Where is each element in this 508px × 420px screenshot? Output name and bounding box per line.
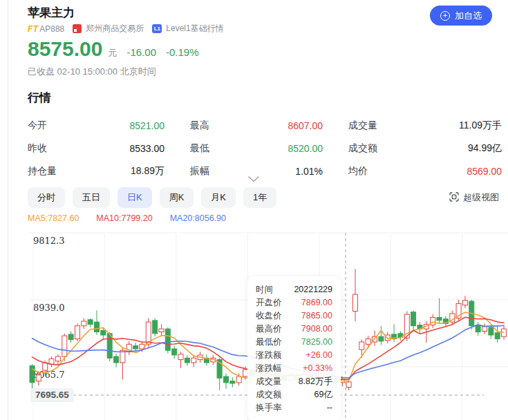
- ma10-legend: MA10:7799.20: [96, 213, 152, 223]
- tooltip-row-low: 最低价7825.00: [256, 336, 332, 349]
- svg-text:9812.3: 9812.3: [33, 236, 65, 246]
- tooltip-row-close: 收盘价7865.00: [256, 309, 332, 323]
- chevron-down-icon[interactable]: [247, 173, 260, 181]
- tab-weekly-k[interactable]: 周K: [160, 187, 194, 208]
- svg-text:8939.0: 8939.0: [33, 303, 65, 313]
- contract-code: AP888: [39, 24, 64, 34]
- quote-table: 今开8521.00 最高8607.00 成交量11.09万手 昨收8533.00…: [28, 114, 492, 182]
- tab-minute[interactable]: 分时: [28, 187, 65, 208]
- price-change: -16.00: [126, 46, 156, 58]
- futures-detail-page: 苹果主力 + 加自选 FT AP888 郑州商品交易所 L1 Level1基础行…: [0, 0, 508, 420]
- tooltip-row-time: 时间20221229: [256, 283, 332, 296]
- quote-cell-volume: 成交量11.09万手: [348, 114, 502, 137]
- contract-meta-row: FT AP888 郑州商品交易所 L1 Level1基础行情: [28, 23, 492, 35]
- super-view-icon: [449, 192, 459, 204]
- tooltip-row-turnover-rate: 换手率--: [256, 401, 332, 414]
- page-title: 苹果主力: [28, 6, 492, 20]
- tooltip-row-volume: 成交量8.82万手: [256, 375, 332, 388]
- crosshair-price-badge: 7695.65: [30, 388, 74, 402]
- exchange-badge-icon: [73, 24, 82, 33]
- tab-one-year[interactable]: 1年: [243, 187, 276, 208]
- quotes-section-title: 行情: [28, 90, 492, 106]
- chart-period-tabs: 分时 五日 日K 周K 月K 1年 超级视图: [28, 187, 499, 208]
- add-watchlist-button[interactable]: + 加自选: [430, 6, 492, 26]
- market-status: 已收盘 02-10 15:00:00 北京时间: [28, 66, 492, 78]
- ma-legend: MA5:7827.60 MA10:7799.20 MA20:8056.90: [28, 213, 226, 223]
- add-watchlist-label: 加自选: [455, 10, 482, 22]
- tab-monthly-k[interactable]: 月K: [201, 187, 236, 208]
- level1-label: Level1基础行情: [166, 23, 223, 35]
- chart-tooltip: 时间20221229 开盘价7869.00 收盘价7865.00 最高价7908…: [247, 276, 341, 420]
- price-change-percent: -0.19%: [166, 46, 199, 58]
- quote-cell-prev-close: 昨收8533.00: [28, 137, 164, 160]
- quote-cell-open: 今开8521.00: [28, 114, 164, 137]
- tab-five-day[interactable]: 五日: [73, 187, 110, 208]
- quote-cell-open-interest: 持仓量18.89万: [28, 160, 164, 182]
- price-unit: 元: [108, 47, 117, 59]
- ma5-legend: MA5:7827.60: [28, 213, 79, 223]
- tooltip-row-open: 开盘价7869.00: [256, 296, 332, 309]
- ma20-legend: MA20:8056.90: [170, 213, 226, 223]
- exchange-name: 郑州商品交易所: [86, 23, 144, 35]
- header: 苹果主力 + 加自选 FT AP888 郑州商品交易所 L1 Level1基础行…: [0, 0, 508, 182]
- tooltip-row-change-pct: 涨跌幅+0.33%: [256, 362, 332, 375]
- quote-cell-avg-price: 均价8569.00: [348, 160, 502, 182]
- tooltip-row-change: 涨跌额+26.00: [256, 349, 332, 362]
- last-price: 8575.00: [28, 38, 102, 60]
- super-view-button[interactable]: 超级视图: [449, 191, 499, 204]
- price-row: 8575.00 元 -16.00 -0.19%: [28, 38, 492, 60]
- ft-logo: FT: [28, 24, 38, 34]
- super-view-label: 超级视图: [463, 191, 499, 204]
- tab-daily-k[interactable]: 日K: [117, 187, 152, 208]
- quote-cell-turnover: 成交额94.99亿: [348, 137, 502, 160]
- kline-chart[interactable]: 9812.38939.08065.7 7695.65 时间20221229 开盘…: [0, 231, 508, 420]
- plus-circle-icon: +: [440, 11, 450, 21]
- tooltip-row-high: 最高价7908.00: [256, 323, 332, 336]
- level1-badge-icon: L1: [152, 24, 162, 33]
- quote-cell-low: 最低8520.00: [190, 137, 323, 160]
- tooltip-row-turnover: 成交额69亿: [256, 388, 332, 401]
- quote-cell-high: 最高8607.00: [190, 114, 323, 137]
